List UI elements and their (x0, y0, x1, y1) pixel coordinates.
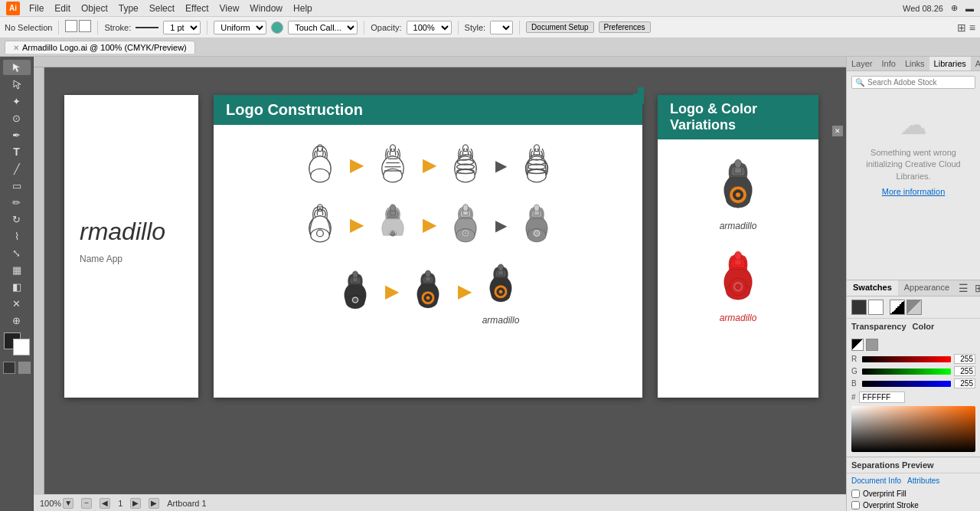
menu-object[interactable]: Object (81, 3, 108, 14)
menu-type[interactable]: Type (119, 3, 139, 14)
color-row-r: R 255 (851, 354, 975, 364)
zoom-dropdown[interactable]: ▼ (63, 498, 74, 509)
color-boxes (4, 332, 30, 355)
logo-semi-4 (510, 198, 564, 252)
artboard-center-body: ▶ (214, 125, 642, 339)
toolbar-separator (58, 21, 59, 34)
search-box[interactable]: 🔍 (851, 76, 975, 89)
touch-select[interactable]: Touch Call... (288, 21, 358, 34)
zoom-minus[interactable]: − (81, 498, 92, 509)
r-slider[interactable] (862, 356, 951, 362)
b-slider[interactable] (862, 381, 951, 387)
style-select[interactable] (490, 21, 513, 34)
pen-tool[interactable]: ✒ (3, 127, 31, 142)
play-button[interactable]: ▶ (149, 498, 159, 509)
menu-window[interactable]: Window (250, 3, 283, 14)
white-swatch[interactable] (868, 300, 884, 315)
svg-point-20 (310, 228, 329, 242)
overprint-fill-checkbox[interactable] (851, 490, 860, 498)
normal-mode[interactable] (3, 362, 15, 374)
rect-tool[interactable]: ▭ (3, 178, 31, 193)
dark-logo-label: armadillo (720, 221, 757, 231)
brand-text-large: rmadillo (80, 218, 183, 246)
panel-tab-links[interactable]: Links (900, 57, 929, 70)
svg-point-57 (736, 284, 741, 290)
svg-point-9 (462, 145, 468, 152)
menu-edit[interactable]: Edit (54, 3, 70, 14)
canvas-area[interactable]: ✕ rmadillo Name App (34, 57, 846, 511)
eyedropper-tool[interactable]: ✕ (3, 296, 31, 311)
menu-file[interactable]: File (29, 3, 44, 14)
document-tab[interactable]: ✕ Armadillo Logo.ai @ 100% (CMYK/Preview… (5, 41, 195, 54)
tab-bar: ✕ Armadillo Logo.ai @ 100% (CMYK/Preview… (0, 38, 980, 57)
opacity-select[interactable]: 100% (407, 21, 452, 34)
panel-tab-info[interactable]: Info (877, 57, 900, 70)
type-tool[interactable]: T (3, 144, 31, 159)
page-prev[interactable]: ◀ (100, 498, 110, 509)
lasso-tool[interactable]: ⊙ (3, 110, 31, 126)
menu-view[interactable]: View (220, 3, 240, 14)
warp-tool[interactable]: ⌇ (3, 228, 31, 244)
menu-effect[interactable]: Effect (185, 3, 208, 14)
appearance-tab[interactable]: Appearance (898, 280, 956, 296)
fill-swatch[interactable] (65, 20, 77, 32)
search-input[interactable] (867, 78, 972, 87)
direct-selection-tool[interactable] (3, 77, 31, 92)
attributes-link[interactable]: Attributes (907, 477, 939, 485)
artboard-left: rmadillo Name App (64, 95, 198, 398)
scale-tool[interactable]: ⤡ (3, 245, 31, 260)
tab-close[interactable]: ✕ (13, 44, 19, 52)
color-spectrum[interactable] (851, 406, 975, 452)
zoom-tool[interactable]: ⊕ (3, 313, 31, 328)
panel-options-icon[interactable]: ⊞ (972, 280, 980, 296)
graph-tool[interactable]: ▦ (3, 262, 31, 277)
b-value: 255 (954, 378, 975, 388)
more-info-link[interactable]: More information (882, 187, 946, 196)
swatches-tab[interactable]: Swatches (847, 280, 898, 296)
menu-select[interactable]: Select (149, 3, 175, 14)
red-logo-label: armadillo (720, 313, 757, 323)
panel-tab-layer[interactable]: Layer (847, 57, 877, 70)
document-setup-button[interactable]: Document Setup (526, 21, 594, 33)
mask-mode[interactable] (18, 362, 31, 374)
diag-swatch-1[interactable] (890, 300, 905, 315)
selection-tool[interactable] (3, 60, 31, 75)
toolbar-sep-5 (458, 21, 459, 34)
uniform-select[interactable]: Uniform (214, 21, 266, 34)
diag-swatch-2[interactable] (906, 300, 922, 315)
panel-tab-artbo[interactable]: Artbo (971, 57, 980, 70)
preferences-button[interactable]: Preferences (599, 21, 651, 33)
svg-point-26 (462, 205, 468, 211)
svg-point-38 (426, 270, 431, 277)
selection-label: No Selection (5, 23, 52, 32)
magic-wand-tool[interactable]: ✦ (3, 93, 31, 109)
stroke-value-select[interactable]: 1 pt (163, 21, 201, 34)
collapse-icon[interactable]: ≡ (969, 21, 975, 34)
brush-tool[interactable]: ✏ (3, 195, 31, 210)
logo-semi-3 (439, 198, 492, 252)
logo-construction-title: Logo Construction (226, 101, 363, 118)
cloud-error-text: Something went wrong initializing Creati… (859, 147, 968, 182)
panel-tab-libraries[interactable]: Libraries (929, 57, 971, 70)
panel-close-button[interactable]: ✕ (832, 126, 843, 136)
background-color[interactable] (13, 339, 30, 355)
line-tool[interactable]: ╱ (3, 161, 31, 176)
stroke-swatch[interactable] (79, 20, 91, 32)
arrow-3: ▶ (495, 156, 507, 175)
arrange-icon[interactable]: ⊞ (957, 21, 966, 34)
zoom-control[interactable]: 100% ▼ (40, 498, 74, 509)
gradient-tool[interactable]: ◧ (3, 279, 31, 294)
doc-info-link[interactable]: Document Info (851, 477, 901, 485)
g-slider[interactable] (862, 369, 951, 375)
panel-menu-icon[interactable]: ☰ (956, 280, 972, 296)
menu-help[interactable]: Help (293, 3, 312, 14)
color-mode-2[interactable] (866, 339, 878, 351)
fill-stroke-swatches[interactable] (65, 20, 91, 32)
toolbar-sep-3 (207, 21, 207, 34)
dark-swatch[interactable] (851, 300, 867, 315)
overprint-stroke-checkbox[interactable] (851, 501, 860, 509)
hex-input[interactable] (859, 391, 905, 403)
page-next[interactable]: ▶ (130, 498, 141, 509)
color-mode-1[interactable] (851, 339, 864, 351)
rotate-tool[interactable]: ↻ (3, 211, 31, 227)
